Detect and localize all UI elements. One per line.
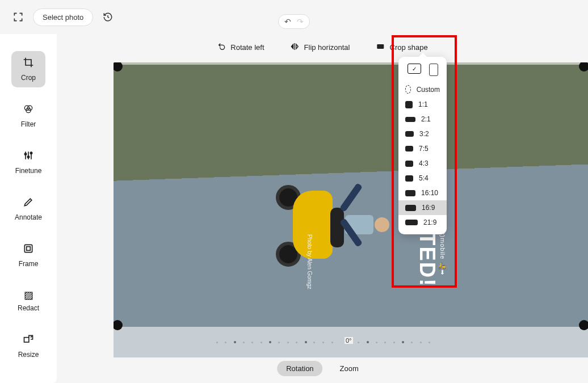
canvas-area: Rotate left Flip horizontal Crop shape <box>57 34 588 383</box>
svg-point-4 <box>27 156 29 158</box>
sidebar-label: Filter <box>21 120 36 128</box>
crop-option-label: 7:5 <box>419 145 429 153</box>
sidebar-label: Finetune <box>15 167 42 175</box>
crop-handle-br[interactable] <box>579 320 588 330</box>
svg-point-3 <box>24 153 26 155</box>
crop-option-label: 21:9 <box>423 218 436 226</box>
tab-zoom[interactable]: Zoom <box>331 361 368 376</box>
sidebar-label: Resize <box>18 351 39 359</box>
select-photo-button[interactable]: Select photo <box>33 9 93 26</box>
sidebar-label: Redact <box>18 304 39 312</box>
orientation-landscape-button[interactable]: ✓ <box>408 64 421 74</box>
rotate-left-button[interactable]: Rotate left <box>212 40 268 55</box>
custom-icon <box>405 85 411 94</box>
orientation-portrait-button[interactable] <box>429 64 438 76</box>
crop-option-label: 16:9 <box>422 204 435 212</box>
ratio-thumb-icon <box>405 190 415 196</box>
svg-rect-7 <box>27 247 31 251</box>
select-photo-label: Select photo <box>43 13 83 22</box>
svg-rect-9 <box>377 44 384 49</box>
redo-icon: ↷ <box>297 17 304 26</box>
tab-rotation[interactable]: Rotation <box>277 361 322 376</box>
crop-option-16-10[interactable]: 16:10 <box>398 186 447 200</box>
rotate-left-label: Rotate left <box>230 43 264 52</box>
flip-horizontal-icon <box>291 42 300 53</box>
crop-option-label: 1:1 <box>418 100 428 108</box>
sidebar-item-annotate[interactable]: Annotate <box>11 191 45 227</box>
svg-rect-6 <box>24 245 32 252</box>
crop-option-4-3[interactable]: 4:3 <box>398 156 447 171</box>
crop-option-label: 5:4 <box>419 174 429 182</box>
rotation-value: 0° <box>345 337 353 344</box>
finetune-icon <box>23 150 34 163</box>
crop-option-custom[interactable]: Custom <box>398 82 447 97</box>
annotate-icon <box>23 196 34 210</box>
crop-option-label: 16:10 <box>421 189 438 197</box>
ratio-thumb-icon <box>405 161 413 167</box>
frame-icon <box>23 243 34 256</box>
crop-option-7-5[interactable]: 7:5 <box>398 141 447 156</box>
sidebar-label: Frame <box>19 260 39 268</box>
history-icon[interactable] <box>101 10 115 24</box>
ratio-thumb-icon <box>405 146 413 151</box>
svg-point-5 <box>30 152 32 154</box>
crop-shape-dropdown: ✓ Custom 1:1 2:1 3:2 7:5 4:3 5:4 16:10 1… <box>398 57 447 234</box>
crop-option-16-9[interactable]: 16:9 <box>398 200 447 215</box>
flip-horizontal-label: Flip horizontal <box>304 43 350 52</box>
rotation-scale[interactable]: 0° <box>203 335 442 349</box>
filter-icon <box>23 103 34 117</box>
crop-option-label: Custom <box>417 86 440 94</box>
crop-shape-icon <box>376 42 385 53</box>
tab-rotation-label: Rotation <box>286 364 313 373</box>
sidebar-item-resize[interactable]: Resize <box>11 328 45 364</box>
ratio-thumb-icon <box>405 205 416 211</box>
fullscreen-icon[interactable] <box>11 10 25 24</box>
sidebar-item-redact[interactable]: ▨ Redact <box>11 284 45 318</box>
redact-icon: ▨ <box>23 289 34 301</box>
ratio-thumb-icon <box>405 117 415 122</box>
sidebar-item-filter[interactable]: Filter <box>11 98 45 134</box>
sidebar: Crop Filter Finetune Annotate Frame ▨ Re… <box>0 34 57 383</box>
ratio-thumb-icon <box>405 131 414 137</box>
flip-horizontal-button[interactable]: Flip horizontal <box>286 40 355 55</box>
ratio-thumb-icon <box>405 101 413 108</box>
image-canvas[interactable]: works just as well on your (scoot)mobile… <box>114 62 588 357</box>
crop-option-label: 4:3 <box>419 159 429 167</box>
sidebar-label: Crop <box>21 74 36 82</box>
ratio-thumb-icon <box>405 220 418 225</box>
sidebar-label: Annotate <box>15 213 42 221</box>
crop-toolbar: Rotate left Flip horizontal Crop shape <box>212 40 432 55</box>
top-bar: Select photo ↶ ↷ <box>0 0 588 34</box>
resize-icon <box>23 334 34 347</box>
crop-option-2-1[interactable]: 2:1 <box>398 112 447 127</box>
tab-zoom-label: Zoom <box>340 364 359 373</box>
sidebar-item-finetune[interactable]: Finetune <box>11 144 45 180</box>
crop-option-1-1[interactable]: 1:1 <box>398 97 447 112</box>
crop-icon <box>23 57 34 70</box>
photo-subject <box>253 168 401 281</box>
svg-rect-8 <box>24 338 29 342</box>
crop-option-5-4[interactable]: 5:4 <box>398 171 447 186</box>
rotate-left-icon <box>217 42 226 53</box>
undo-icon[interactable]: ↶ <box>284 17 291 26</box>
crop-option-3-2[interactable]: 3:2 <box>398 127 447 141</box>
crop-shape-label: Crop shape <box>389 43 427 52</box>
crop-option-label: 3:2 <box>419 130 429 138</box>
crop-option-label: 2:1 <box>421 115 431 123</box>
undo-redo-group: ↶ ↷ <box>278 14 310 29</box>
sidebar-item-crop[interactable]: Crop <box>11 51 45 87</box>
crop-option-21-9[interactable]: 21:9 <box>398 215 447 230</box>
bottom-tabs: Rotation Zoom <box>277 361 368 376</box>
crop-handle-tr[interactable] <box>579 62 588 71</box>
photo-credit: Photo by Alen Gomgz <box>306 234 313 289</box>
sidebar-item-frame[interactable]: Frame <box>11 237 45 273</box>
ratio-thumb-icon <box>405 175 413 182</box>
